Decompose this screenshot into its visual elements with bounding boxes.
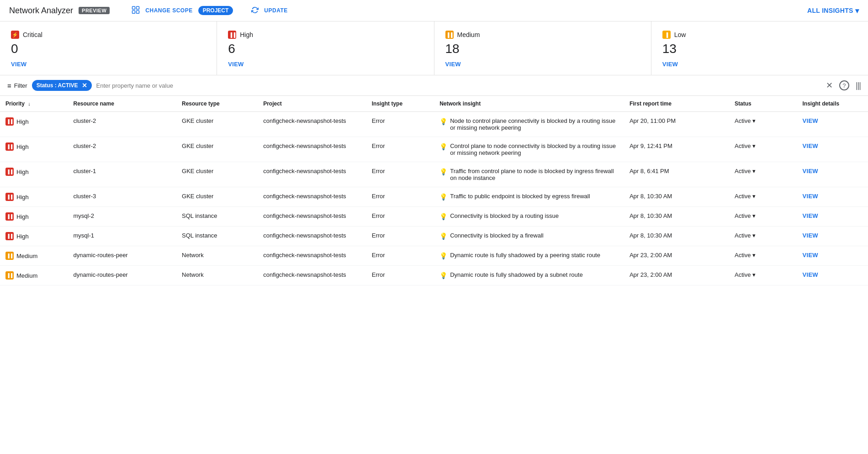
view-button[interactable]: VIEW <box>803 143 818 149</box>
status-dropdown[interactable]: Active ▾ <box>735 143 791 149</box>
status-dropdown[interactable]: Active ▾ <box>735 232 791 239</box>
col-header-network-insight[interactable]: Network insight <box>434 96 624 112</box>
col-header-resource-type[interactable]: Resource type <box>176 96 258 112</box>
app-header: Network Analyzer PREVIEW CHANGE SCOPE PR… <box>0 0 868 21</box>
high-view-link[interactable]: VIEW <box>228 61 423 68</box>
view-button[interactable]: VIEW <box>803 212 818 219</box>
view-button[interactable]: VIEW <box>803 252 818 259</box>
insights-table-container: Priority ↓ Resource name Resource type P… <box>0 96 868 285</box>
update-button[interactable]: UPDATE <box>264 7 287 14</box>
sort-arrow-priority: ↓ <box>28 101 31 106</box>
lightbulb-icon: 💡 <box>439 232 447 240</box>
col-header-resource-name[interactable]: Resource name <box>68 96 176 112</box>
view-button[interactable]: VIEW <box>803 168 818 174</box>
status-dropdown[interactable]: Active ▾ <box>735 212 791 219</box>
summary-section: ⚡ Critical 0 VIEW ▐▐ High 6 VIEW ▐▐ Medi… <box>0 21 868 75</box>
col-header-priority[interactable]: Priority ↓ <box>0 96 68 112</box>
cell-priority: ▐▐ High <box>0 207 68 227</box>
cell-insight-type: Error <box>366 162 434 187</box>
status-dropdown[interactable]: Active ▾ <box>735 271 791 278</box>
all-insights-button[interactable]: ALL INSIGHTS ▾ <box>807 6 859 15</box>
summary-card-medium: ▐▐ Medium 18 VIEW <box>434 21 651 75</box>
cell-first-report: Apr 23, 2:00 AM <box>624 266 729 285</box>
cell-status: Active ▾ <box>729 112 797 137</box>
lightbulb-icon: 💡 <box>439 118 447 125</box>
cell-first-report: Apr 9, 12:41 PM <box>624 137 729 162</box>
cell-status: Active ▾ <box>729 162 797 187</box>
col-header-status[interactable]: Status <box>729 96 797 112</box>
cell-resource-type: Network <box>176 246 258 266</box>
cell-network-insight: 💡 Traffic from control plane to node is … <box>434 162 624 187</box>
clear-filter-button[interactable]: ✕ <box>826 80 833 90</box>
cell-first-report: Apr 8, 6:41 PM <box>624 162 729 187</box>
cell-insight-details: VIEW <box>797 112 868 137</box>
cell-insight-type: Error <box>366 266 434 285</box>
chevron-down-icon: ▾ <box>752 193 756 200</box>
table-row: ▐▐ Medium dynamic-routes-peer Network co… <box>0 246 868 266</box>
refresh-icon <box>251 6 259 15</box>
cell-resource-type: GKE cluster <box>176 112 258 137</box>
low-view-link[interactable]: VIEW <box>662 61 857 68</box>
filter-label: Filter <box>14 82 27 89</box>
cell-network-insight: 💡 Connectivity is blocked by a firewall <box>434 227 624 246</box>
view-button[interactable]: VIEW <box>803 117 818 124</box>
lightbulb-icon: 💡 <box>439 213 447 220</box>
svg-rect-2 <box>132 11 135 13</box>
high-label: High <box>240 31 253 38</box>
search-input[interactable] <box>96 82 821 89</box>
cell-insight-type: Error <box>366 246 434 266</box>
medium-view-link[interactable]: VIEW <box>445 61 640 68</box>
table-row: ▐▐ High cluster-1 GKE cluster configchec… <box>0 162 868 187</box>
cell-status: Active ▾ <box>729 227 797 246</box>
view-button[interactable]: VIEW <box>803 232 818 239</box>
view-button[interactable]: VIEW <box>803 271 818 278</box>
cell-insight-type: Error <box>366 137 434 162</box>
status-filter-chip[interactable]: Status : ACTIVE ✕ <box>32 80 92 91</box>
network-insight-text: Control plane to node connectivity is bl… <box>450 143 619 156</box>
col-header-first-report[interactable]: First report time <box>624 96 729 112</box>
chevron-down-icon: ▾ <box>752 168 756 174</box>
cell-insight-details: VIEW <box>797 137 868 162</box>
cell-project: configcheck-newsnapshot-tests <box>258 112 366 137</box>
priority-icon: ▐▐ <box>5 271 14 280</box>
cell-insight-details: VIEW <box>797 187 868 207</box>
cell-resource-type: SQL instance <box>176 227 258 246</box>
summary-card-high: ▐▐ High 6 VIEW <box>217 21 434 75</box>
change-scope-button[interactable]: CHANGE SCOPE <box>145 7 192 14</box>
cell-insight-type: Error <box>366 227 434 246</box>
cell-project: configcheck-newsnapshot-tests <box>258 137 366 162</box>
network-insight-text: Traffic to public endpoint is blocked by… <box>450 193 590 200</box>
col-header-insight-type[interactable]: Insight type <box>366 96 434 112</box>
col-header-project[interactable]: Project <box>258 96 366 112</box>
chevron-down-icon: ▾ <box>855 6 859 15</box>
priority-icon: ▐▐ <box>5 212 14 221</box>
status-dropdown[interactable]: Active ▾ <box>735 117 791 124</box>
status-dropdown[interactable]: Active ▾ <box>735 168 791 174</box>
status-text: Active <box>735 117 751 124</box>
summary-card-critical: ⚡ Critical 0 VIEW <box>0 21 217 75</box>
critical-view-link[interactable]: VIEW <box>11 61 206 68</box>
status-filter-text: Status : ACTIVE <box>37 82 78 89</box>
status-text: Active <box>735 168 751 174</box>
cell-insight-details: VIEW <box>797 162 868 187</box>
status-filter-close[interactable]: ✕ <box>82 82 87 89</box>
cell-resource-type: SQL instance <box>176 207 258 227</box>
filter-button[interactable]: ≡ Filter <box>7 82 27 90</box>
columns-icon[interactable]: ||| <box>856 81 861 90</box>
status-dropdown[interactable]: Active ▾ <box>735 252 791 259</box>
cell-resource-name: cluster-2 <box>68 137 176 162</box>
priority-icon: ▐▐ <box>5 117 14 126</box>
summary-card-low: ▐ Low 13 VIEW <box>651 21 868 75</box>
help-icon[interactable]: ? <box>839 80 849 90</box>
cell-resource-name: dynamic-routes-peer <box>68 246 176 266</box>
svg-rect-1 <box>137 6 139 9</box>
critical-label: Critical <box>23 31 42 38</box>
cell-priority: ▐▐ High <box>0 187 68 207</box>
status-dropdown[interactable]: Active ▾ <box>735 193 791 200</box>
col-header-insight-details[interactable]: Insight details <box>797 96 868 112</box>
cell-insight-details: VIEW <box>797 227 868 246</box>
cell-status: Active ▾ <box>729 207 797 227</box>
cell-resource-name: dynamic-routes-peer <box>68 266 176 285</box>
filter-bar: ≡ Filter Status : ACTIVE ✕ ✕ ? ||| <box>0 75 868 96</box>
view-button[interactable]: VIEW <box>803 193 818 200</box>
